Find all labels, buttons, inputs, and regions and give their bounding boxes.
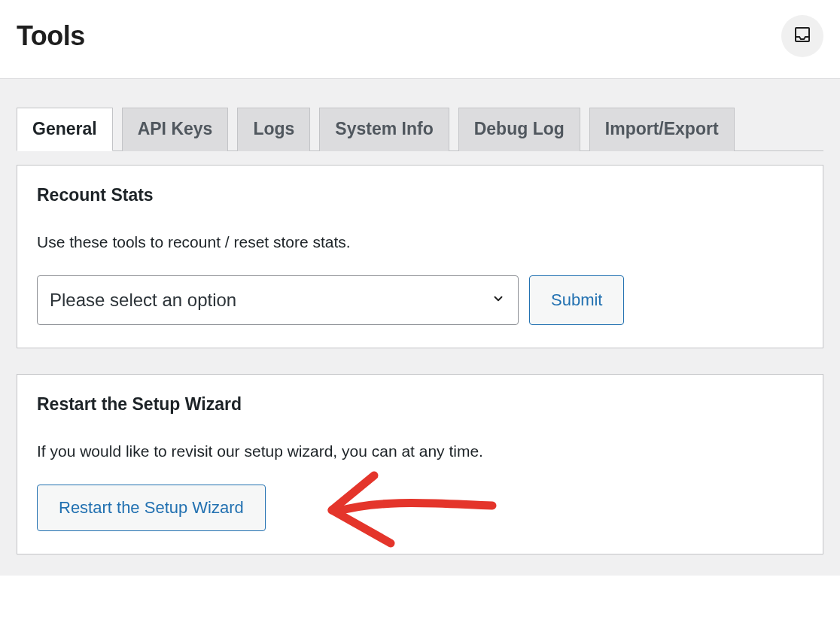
recount-stats-panel: Recount Stats Use these tools to recount…	[17, 165, 823, 348]
page-title: Tools	[17, 20, 85, 52]
recount-stats-description: Use these tools to recount / reset store…	[37, 231, 803, 253]
recount-select[interactable]: Please select an option	[37, 275, 519, 325]
restart-wizard-panel: Restart the Setup Wizard If you would li…	[17, 374, 823, 554]
recount-select-wrap: Please select an option	[37, 275, 519, 325]
submit-button[interactable]: Submit	[529, 275, 624, 325]
wizard-row: Restart the Setup Wizard	[37, 485, 803, 531]
recount-form-row: Please select an option Submit	[37, 275, 803, 325]
restart-wizard-heading: Restart the Setup Wizard	[37, 394, 803, 415]
recount-stats-heading: Recount Stats	[37, 185, 803, 205]
page-header: Tools	[0, 0, 840, 78]
tab-logs[interactable]: Logs	[237, 108, 310, 151]
annotation-arrow-icon	[315, 468, 504, 558]
inbox-icon	[793, 26, 811, 47]
tab-api-keys[interactable]: API Keys	[122, 108, 229, 151]
tab-system-info[interactable]: System Info	[319, 108, 449, 151]
content-area: General API Keys Logs System Info Debug …	[0, 78, 840, 576]
restart-wizard-button[interactable]: Restart the Setup Wizard	[37, 485, 266, 531]
tabs-nav: General API Keys Logs System Info Debug …	[17, 108, 823, 151]
inbox-button[interactable]	[781, 15, 823, 57]
restart-wizard-description: If you would like to revisit our setup w…	[37, 440, 803, 462]
tab-import-export[interactable]: Import/Export	[589, 108, 735, 151]
tab-general[interactable]: General	[17, 108, 113, 151]
tab-debug-log[interactable]: Debug Log	[458, 108, 580, 151]
